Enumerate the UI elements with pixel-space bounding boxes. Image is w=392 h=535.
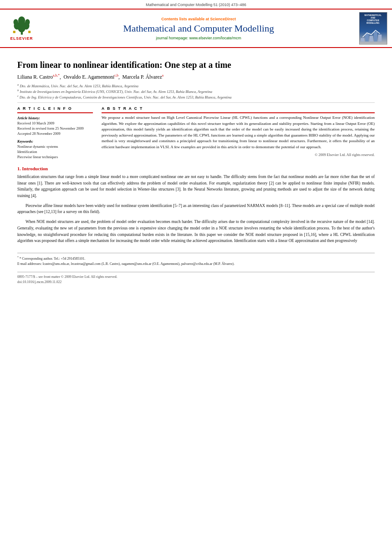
journal-main-title: Mathematical and Computer Modelling xyxy=(123,23,274,34)
homepage-url[interactable]: www.elsevier.com/locate/mcm xyxy=(189,36,241,40)
svg-rect-12 xyxy=(374,32,377,41)
svg-rect-9 xyxy=(361,38,364,41)
article-info-abstract-cols: A R T I C L E I N F O Article history: R… xyxy=(17,106,375,159)
bottom-bar: 0895-7177/$ – see front matter © 2009 El… xyxy=(17,272,375,285)
article-title: From linear to nonlinear identification:… xyxy=(17,60,375,70)
body-section-1: 1. Introduction Identification structure… xyxy=(17,166,375,244)
journal-info-bar: Mathematical and Computer Modelling 51 (… xyxy=(0,0,392,9)
authors: Liliana R. Castroa,b,*, Osvaldo E. Agame… xyxy=(17,73,375,80)
affiliation-b: b Instituto de Investigaciones en Ingeni… xyxy=(17,89,375,94)
svg-point-5 xyxy=(25,19,30,25)
svg-rect-10 xyxy=(365,34,369,41)
footnotes-area: * * Corresponding author. Tel.: +54 2914… xyxy=(17,253,375,267)
divider-1 xyxy=(17,102,375,103)
abstract-heading: A B S T R A C T xyxy=(102,106,375,111)
divider-3 xyxy=(102,112,375,113)
revised-date: Received in revised form 25 November 200… xyxy=(17,126,93,131)
elsevier-tree-icon xyxy=(10,16,34,35)
divider-2 xyxy=(17,112,93,113)
journal-cover-image: MATHEMATICAL AND COMPUTER MODELLING xyxy=(358,12,388,45)
sciencedirect-link-text[interactable]: ScienceDirect xyxy=(210,17,236,21)
main-content: From linear to nonlinear identification:… xyxy=(0,48,392,293)
svg-rect-11 xyxy=(370,36,373,41)
body-text: Identification structures that range fro… xyxy=(17,174,375,244)
elsevier-brand-text: ELSEVIER xyxy=(10,36,33,41)
cover-title-line4: MODELLING xyxy=(367,22,379,24)
article-info-col: A R T I C L E I N F O Article history: R… xyxy=(17,106,93,159)
svg-point-4 xyxy=(13,19,18,25)
page-wrapper: Mathematical and Computer Modelling 51 (… xyxy=(0,0,392,535)
paragraph-1: Identification structures that range fro… xyxy=(17,174,375,199)
abstract-text: We propose a model structure based on Hi… xyxy=(102,115,375,150)
paragraph-2: Piecewise affine linear models have been… xyxy=(17,203,375,215)
journal-header: ELSEVIER Contents lists available at Sci… xyxy=(0,9,392,48)
copyright-line: © 2009 Elsevier Ltd. All rights reserved… xyxy=(102,153,375,157)
history-label: Article history: xyxy=(17,116,93,120)
journal-homepage: journal homepage: www.elsevier.com/locat… xyxy=(156,36,241,40)
affiliation-a: a Dto. de Matemática, Univ. Nac. del Sur… xyxy=(17,83,375,88)
elsevier-logo: ELSEVIER xyxy=(4,12,39,45)
journal-title-center: Contents lists available at ScienceDirec… xyxy=(43,12,354,45)
keyword-1: Nonlinear dynamic systems xyxy=(17,144,93,150)
article-info-heading: A R T I C L E I N F O xyxy=(17,106,93,111)
cover-box: MATHEMATICAL AND COMPUTER MODELLING xyxy=(359,12,387,45)
email-footnote: E-mail addresses: lcastro@uns.edu.ar, lr… xyxy=(17,261,375,267)
svg-rect-8 xyxy=(28,31,30,33)
keyword-3: Piecewise linear techniques xyxy=(17,155,93,160)
keywords-label: Keywords: xyxy=(17,139,93,143)
journal-citation: Mathematical and Computer Modelling 51 (… xyxy=(146,3,246,7)
svg-rect-13 xyxy=(378,35,382,41)
paragraph-3: When NOE model structures are used, the … xyxy=(17,219,375,244)
affiliations: a Dto. de Matemática, Univ. Nac. del Sur… xyxy=(17,83,375,99)
keyword-2: Identification xyxy=(17,150,93,155)
received-date: Received 10 March 2009 xyxy=(17,121,93,126)
section-1-title: 1. Introduction xyxy=(17,166,375,171)
issn-line: 0895-7177/$ – see front matter © 2009 El… xyxy=(17,274,375,280)
abstract-col: A B S T R A C T We propose a model struc… xyxy=(102,106,375,159)
contents-label: Contents lists available at ScienceDirec… xyxy=(161,17,236,21)
svg-point-6 xyxy=(18,16,25,25)
doi-line: doi:10.1016/j.mcm.2009.11.022 xyxy=(17,280,375,285)
svg-rect-7 xyxy=(13,31,15,33)
cover-chart-icon xyxy=(360,25,386,42)
corresponding-author: * * Corresponding author. Tel.: +54 2914… xyxy=(17,255,375,261)
accepted-date: Accepted 28 November 2009 xyxy=(17,131,93,137)
affiliation-c: c Dto. de Ing. Eléctrica y de Computador… xyxy=(17,94,375,99)
